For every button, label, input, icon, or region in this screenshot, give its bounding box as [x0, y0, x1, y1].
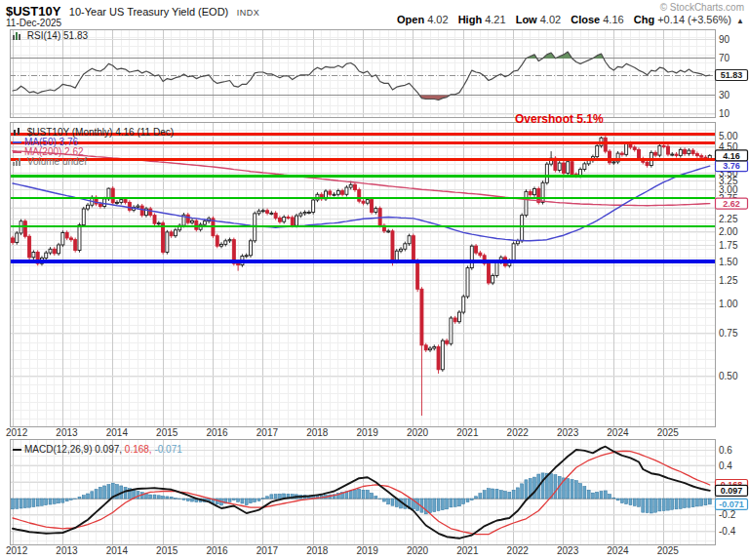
year-tick-label: 2016: [206, 427, 228, 438]
axis-tick-label: 30: [719, 90, 730, 100]
macd-signal-value: 0.168,: [125, 444, 152, 455]
year-tick-label: 2015: [156, 427, 178, 438]
close-label: Close: [571, 14, 600, 25]
year-tick-label: 2015: [156, 545, 178, 556]
ohlc-readout: Open 4.02 High 4.21 Low 4.02 Close 4.16 …: [390, 14, 744, 25]
chg-label: Chg: [634, 14, 654, 25]
axis-tick-label: 0.50: [719, 371, 738, 381]
year-tick-label: 2016: [206, 545, 228, 556]
axis-tick-label: 10: [719, 108, 730, 119]
volume-legend-label: Volume undef: [27, 156, 87, 167]
panel-border: [10, 122, 715, 426]
year-tick-label: 2022: [507, 545, 530, 556]
exchange-label: INDX: [237, 8, 260, 18]
indicator-chart-icon: [13, 31, 21, 43]
year-tick-label: 2017: [256, 427, 279, 438]
axis-tick-label: -0.4: [719, 526, 736, 537]
year-tick-label: 2020: [407, 545, 429, 556]
axis-tick-label: 70: [719, 53, 730, 63]
year-tick-label: 2025: [657, 545, 680, 556]
year-tick-label: 2012: [6, 427, 28, 438]
low-label: Low: [516, 14, 537, 25]
axis-tick-label: 0.6: [719, 445, 732, 456]
volume-bars-icon: [13, 157, 21, 169]
axis-value-label: 3.76: [723, 161, 740, 171]
year-tick-label: 2024: [607, 545, 629, 556]
year-tick-label: 2013: [56, 427, 78, 438]
year-tick-label: 2018: [306, 427, 329, 438]
chg-value: +0.14 (+3.56%): [657, 14, 731, 25]
axis-tick-label: 1.25: [719, 275, 738, 286]
open-value: 4.02: [427, 14, 448, 25]
stockcharts-page: 9070301051.835.004.503.503.253.002.752.2…: [0, 0, 749, 560]
macd-histogram: [12, 473, 712, 514]
axis-tick-label: 1.75: [719, 240, 738, 251]
axis-tick-label: 2.25: [719, 214, 738, 224]
year-tick-label: 2021: [456, 545, 479, 556]
axis-value-label: -0.071: [719, 500, 744, 509]
year-tick-label: 2020: [407, 427, 429, 438]
volume-legend-row: Volume undef: [13, 157, 174, 167]
rsi-legend-label: RSI(14) 51.83: [27, 30, 88, 41]
copyright-label: © StockCharts.com: [660, 2, 744, 13]
year-tick-label: 2013: [56, 545, 78, 556]
ma200-line-swatch: [13, 151, 21, 153]
macd-hist-value: -0.071: [154, 444, 181, 455]
low-value: 4.02: [540, 14, 561, 25]
year-tick-label: 2018: [306, 545, 329, 556]
symbol-description: 10-Year US Treasury Yield (EOD): [69, 6, 228, 18]
year-tick-label: 2023: [557, 545, 579, 556]
high-label: High: [458, 14, 482, 25]
year-tick-label: 2023: [557, 427, 579, 438]
axis-value-label: 51.83: [721, 70, 743, 80]
ma50-line-swatch: [13, 141, 21, 143]
axis-tick-label: 90: [719, 34, 730, 45]
overshoot-annotation: Overshoot 5.1%: [515, 114, 604, 125]
axis-value-label: 4.16: [723, 151, 740, 161]
year-tick-label: 2021: [456, 427, 479, 438]
symbol-label: $UST10Y: [6, 4, 60, 19]
chart-date: 11-Dec-2025: [6, 18, 61, 28]
price-legend: $UST10Y (Monthly) 4.16 (11 Dec) MA(50) 3…: [13, 128, 174, 167]
axis-tick-label: 1.00: [719, 299, 738, 309]
axis-tick-label: -0.2: [719, 509, 736, 520]
year-tick-label: 2017: [256, 545, 279, 556]
up-arrow-icon: ▲: [736, 17, 744, 25]
year-tick-label: 2014: [106, 545, 129, 556]
macd-legend: MACD(12,26,9) 0.097, 0.168, -0.071: [13, 445, 182, 456]
year-tick-label: 2014: [106, 427, 129, 438]
macd-legend-label: MACD(12,26,9) 0.097,: [24, 444, 122, 455]
close-value: 4.16: [603, 14, 623, 25]
chart-canvas: 9070301051.835.004.503.503.253.002.752.2…: [0, 0, 749, 560]
year-tick-label: 2012: [6, 545, 28, 556]
axis-value-label: 2.62: [723, 199, 740, 209]
axis-value-label: 0.097: [721, 486, 743, 496]
axis-tick-label: 1.50: [719, 257, 738, 267]
year-tick-label: 2024: [607, 427, 629, 438]
year-tick-label: 2025: [657, 427, 680, 438]
year-tick-label: 2019: [357, 427, 379, 438]
year-tick-label: 2022: [507, 427, 530, 438]
axis-tick-label: 2.00: [719, 226, 738, 237]
macd-line-swatch: [13, 449, 21, 451]
axis-tick-label: 0.4: [719, 460, 732, 471]
high-value: 4.21: [485, 14, 505, 25]
axis-tick-label: 5.00: [719, 131, 738, 141]
year-tick-label: 2019: [357, 545, 379, 556]
rsi-legend: RSI(14) 51.83: [13, 31, 88, 43]
axis-tick-label: 0.75: [719, 328, 738, 339]
open-label: Open: [397, 14, 424, 25]
